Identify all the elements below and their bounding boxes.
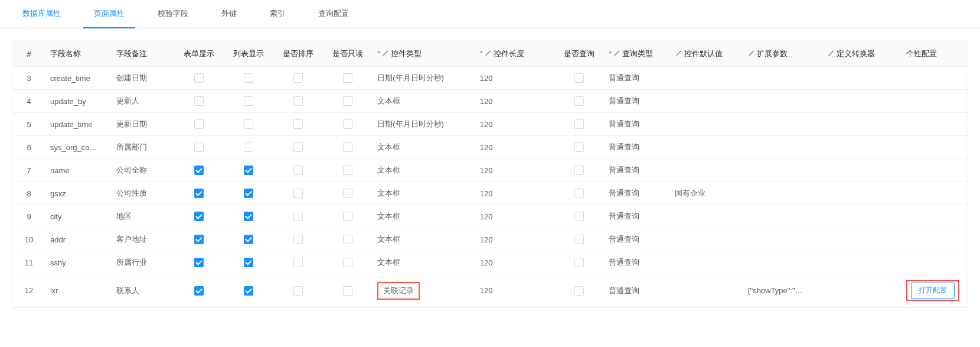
cell-field-name[interactable]: lxr [45, 274, 112, 307]
checkbox[interactable] [574, 119, 584, 129]
cell-field-name[interactable]: name [45, 159, 112, 182]
cell-field-remark[interactable]: 更新人 [112, 90, 174, 113]
cell-ctrl-default[interactable] [670, 205, 743, 228]
cell-ctrl-default[interactable] [670, 67, 743, 90]
cell-field-name[interactable]: create_time [45, 67, 112, 90]
table-row[interactable]: 11sshy所属行业文本框120普通查询 [12, 251, 968, 274]
cell-ctrl-len[interactable]: 120 [475, 274, 554, 307]
cell-converter[interactable] [822, 136, 901, 159]
checkbox[interactable] [343, 142, 352, 152]
checkbox[interactable] [194, 166, 204, 175]
cell-field-remark[interactable]: 所属行业 [112, 251, 174, 274]
checkbox[interactable] [343, 212, 352, 221]
checkbox[interactable] [194, 212, 204, 221]
cell-field-name[interactable]: sshy [45, 251, 112, 274]
cell-ctrl-len[interactable]: 120 [475, 159, 554, 182]
ctrl-type-cell[interactable]: 文本框 [377, 212, 400, 220]
ctrl-type-cell[interactable]: 文本框 [377, 235, 400, 244]
cell-converter[interactable] [822, 90, 901, 113]
cell-query-type[interactable]: 普通查询 [604, 90, 670, 113]
checkbox[interactable] [293, 235, 303, 244]
checkbox[interactable] [293, 119, 303, 129]
cell-query-type[interactable]: 普通查询 [604, 67, 670, 90]
tab-db-attrs[interactable]: 数据库属性 [12, 0, 71, 28]
cell-field-remark[interactable]: 客户地址 [112, 228, 174, 251]
cell-ext-params[interactable] [743, 205, 822, 228]
cell-field-name[interactable]: addr [45, 228, 112, 251]
checkbox[interactable] [343, 166, 352, 175]
cell-query-type[interactable]: 普通查询 [604, 251, 670, 274]
table-row[interactable]: 9city地区文本框120普通查询 [12, 205, 968, 228]
cell-query-type[interactable]: 普通查询 [604, 182, 670, 205]
checkbox[interactable] [574, 142, 584, 152]
cell-converter[interactable] [822, 113, 901, 136]
checkbox[interactable] [244, 212, 253, 221]
cell-ext-params[interactable] [743, 136, 822, 159]
ctrl-type-cell[interactable]: 日期(年月日时分秒) [377, 73, 444, 82]
checkbox[interactable] [293, 96, 303, 106]
checkbox[interactable] [244, 96, 253, 106]
checkbox[interactable] [574, 286, 584, 296]
cell-ctrl-default[interactable] [670, 159, 743, 182]
checkbox[interactable] [574, 258, 584, 267]
checkbox[interactable] [343, 189, 352, 198]
cell-converter[interactable] [822, 251, 901, 274]
cell-ctrl-len[interactable]: 120 [475, 228, 554, 251]
checkbox[interactable] [244, 119, 253, 129]
cell-field-remark[interactable]: 地区 [112, 205, 174, 228]
table-row[interactable]: 7name公司全称文本框120普通查询 [12, 159, 968, 182]
checkbox[interactable] [293, 166, 303, 175]
table-row[interactable]: 3create_time创建日期日期(年月日时分秒)120普通查询 [12, 67, 968, 90]
cell-ext-params[interactable]: {"showType":"… [743, 274, 822, 307]
checkbox[interactable] [194, 235, 204, 244]
cell-ext-params[interactable] [743, 228, 822, 251]
cell-ctrl-len[interactable]: 120 [475, 182, 554, 205]
cell-field-remark[interactable]: 联系人 [112, 274, 174, 307]
checkbox[interactable] [574, 73, 584, 83]
checkbox[interactable] [244, 166, 253, 175]
table-row[interactable]: 5update_time更新日期日期(年月日时分秒)120普通查询 [12, 113, 968, 136]
tab-index[interactable]: 索引 [259, 0, 296, 28]
ctrl-type-cell[interactable]: 文本框 [377, 142, 400, 151]
checkbox[interactable] [574, 189, 584, 198]
cell-ctrl-default[interactable] [670, 136, 743, 159]
tab-foreign-key[interactable]: 外键 [211, 0, 247, 28]
cell-converter[interactable] [822, 159, 901, 182]
ctrl-type-cell[interactable]: 文本框 [377, 96, 400, 105]
cell-query-type[interactable]: 普通查询 [604, 228, 670, 251]
cell-field-remark[interactable]: 公司性质 [112, 182, 174, 205]
checkbox[interactable] [343, 73, 352, 83]
checkbox[interactable] [194, 189, 204, 198]
cell-query-type[interactable]: 普通查询 [604, 113, 670, 136]
table-row[interactable]: 12lxr联系人关联记录120普通查询{"showType":"…打开配置 [12, 274, 968, 307]
cell-ext-params[interactable] [743, 90, 822, 113]
checkbox[interactable] [194, 286, 204, 296]
cell-field-remark[interactable]: 创建日期 [112, 67, 174, 90]
cell-ctrl-len[interactable]: 120 [475, 205, 554, 228]
checkbox[interactable] [343, 286, 352, 296]
cell-ext-params[interactable] [743, 113, 822, 136]
cell-ctrl-default[interactable] [670, 90, 743, 113]
checkbox[interactable] [293, 212, 303, 221]
cell-field-name[interactable]: update_time [45, 113, 112, 136]
cell-field-remark[interactable]: 公司全称 [112, 159, 174, 182]
checkbox[interactable] [244, 286, 253, 296]
cell-ctrl-len[interactable]: 120 [475, 251, 554, 274]
cell-field-remark[interactable]: 所属部门 [112, 136, 174, 159]
checkbox[interactable] [574, 235, 584, 244]
checkbox[interactable] [244, 258, 253, 267]
checkbox[interactable] [574, 166, 584, 175]
cell-query-type[interactable]: 普通查询 [604, 274, 670, 307]
cell-field-name[interactable]: update_by [45, 90, 112, 113]
open-config-button[interactable]: 打开配置 [911, 283, 955, 299]
checkbox[interactable] [343, 96, 352, 106]
cell-ext-params[interactable] [743, 67, 822, 90]
checkbox[interactable] [244, 142, 253, 152]
cell-ctrl-default[interactable] [670, 251, 743, 274]
cell-query-type[interactable]: 普通查询 [604, 205, 670, 228]
ctrl-type-cell[interactable]: 关联记录 [377, 282, 420, 300]
tab-query-config[interactable]: 查询配置 [308, 0, 360, 28]
cell-ext-params[interactable] [743, 182, 822, 205]
checkbox[interactable] [194, 258, 204, 267]
checkbox[interactable] [343, 119, 352, 129]
